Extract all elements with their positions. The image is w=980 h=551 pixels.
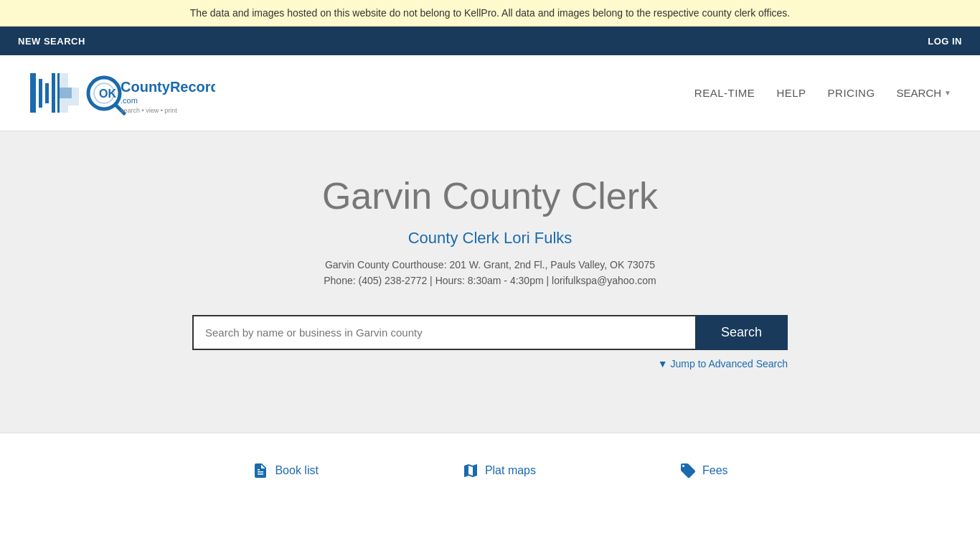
svg-rect-5 [57, 73, 60, 113]
plat-maps-label: Plat maps [485, 464, 536, 477]
svg-rect-3 [52, 73, 55, 113]
fees-label: Fees [702, 464, 728, 477]
book-list-link[interactable]: Book list [252, 462, 318, 479]
advanced-search-anchor[interactable]: ▼ Jump to Advanced Search [658, 358, 788, 369]
book-list-label: Book list [275, 464, 318, 477]
nav-help[interactable]: HELP [776, 87, 806, 99]
svg-text:search • view • print: search • view • print [121, 107, 177, 114]
county-title: Garvin County Clerk [14, 174, 966, 217]
banner-text: The data and images hosted on this websi… [190, 7, 790, 19]
tag-icon [679, 462, 697, 479]
clerk-name: County Clerk Lori Fulks [14, 229, 966, 248]
svg-marker-6 [60, 88, 72, 98]
map-icon [462, 462, 479, 479]
new-search-link[interactable]: NEW SEARCH [14, 29, 89, 54]
svg-rect-2 [45, 83, 49, 103]
chevron-down-icon: ▼ [944, 89, 951, 97]
svg-text:CountyRecords: CountyRecords [121, 79, 215, 95]
search-area: Search [192, 315, 788, 350]
contact-line: Phone: (405) 238-2772 | Hours: 8:30am - … [14, 275, 966, 286]
svg-text:.com: .com [121, 96, 138, 105]
book-icon [252, 462, 269, 479]
nav-real-time[interactable]: REAL-TIME [694, 87, 755, 99]
advanced-search-link: ▼ Jump to Advanced Search [192, 357, 788, 370]
logo-area: OK CountyRecords .com search • view • pr… [29, 66, 215, 120]
search-input[interactable] [192, 315, 695, 350]
fees-link[interactable]: Fees [679, 462, 728, 479]
site-logo[interactable]: OK CountyRecords .com search • view • pr… [29, 66, 215, 120]
nav-bar: NEW SEARCH LOG IN [0, 27, 980, 55]
log-in-link[interactable]: LOG IN [924, 29, 966, 54]
svg-rect-1 [39, 79, 42, 108]
site-header: OK CountyRecords .com search • view • pr… [0, 55, 980, 131]
nav-pricing[interactable]: PRICING [828, 87, 875, 99]
main-content: Garvin County Clerk County Clerk Lori Fu… [0, 131, 980, 433]
svg-text:OK: OK [99, 88, 116, 100]
header-nav: REAL-TIME HELP PRICING SEARCH ▼ [694, 87, 951, 99]
address-line: Garvin County Courthouse: 201 W. Grant, … [14, 259, 966, 270]
top-banner: The data and images hosted on this websi… [0, 0, 980, 27]
footer-links: Book list Plat maps Fees [0, 433, 980, 508]
plat-maps-link[interactable]: Plat maps [462, 462, 536, 479]
nav-search-dropdown[interactable]: SEARCH ▼ [897, 87, 951, 99]
search-button[interactable]: Search [695, 315, 788, 350]
svg-rect-0 [30, 73, 36, 113]
